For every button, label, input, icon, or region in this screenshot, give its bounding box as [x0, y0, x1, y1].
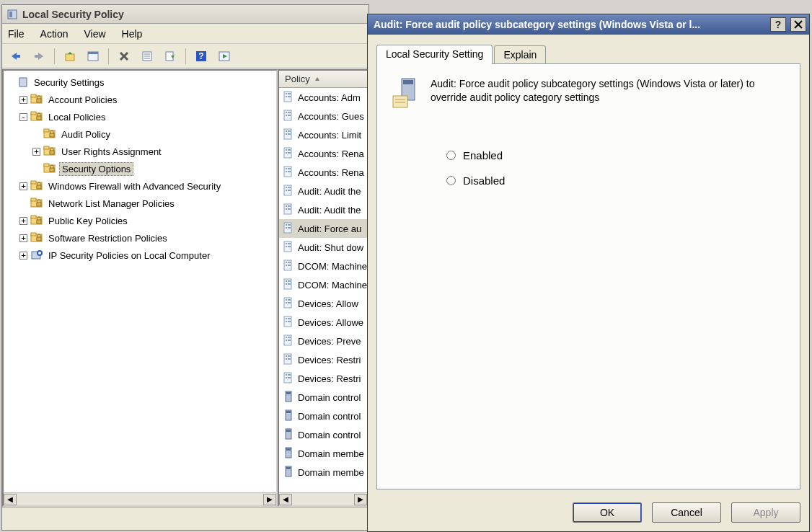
menu-file[interactable]: File — [8, 28, 25, 40]
svg-rect-113 — [288, 302, 291, 303]
tree-item[interactable]: +Public Key Policies — [19, 212, 275, 229]
svg-rect-135 — [286, 392, 291, 394]
list-item[interactable]: Devices: Allow — [279, 294, 367, 313]
radio-enabled-label: Enabled — [463, 149, 503, 161]
policy-icon — [282, 222, 295, 236]
list-item[interactable]: Domain control — [279, 425, 367, 444]
expand-icon[interactable]: + — [19, 252, 27, 260]
menu-view[interactable]: View — [84, 28, 105, 40]
expand-icon[interactable]: + — [19, 217, 27, 225]
list-item[interactable]: Audit: Force au — [279, 219, 367, 238]
tree-item-label: User Rights Assignment — [59, 146, 164, 158]
tree-item[interactable]: +Account Policies — [19, 91, 275, 108]
list-item[interactable]: Accounts: Rena — [279, 163, 367, 182]
tree-item[interactable]: Network List Manager Policies — [19, 195, 275, 212]
svg-rect-77 — [286, 171, 287, 172]
list-item[interactable]: DCOM: Machine — [279, 257, 367, 275]
list-item[interactable]: Accounts: Limit — [279, 125, 367, 144]
back-button[interactable] — [6, 47, 25, 66]
delete-button[interactable] — [115, 47, 133, 66]
svg-rect-80 — [286, 187, 287, 188]
svg-rect-25 — [37, 99, 41, 102]
svg-rect-68 — [288, 133, 291, 135]
tab-explain[interactable]: Explain — [494, 45, 546, 63]
tree-item[interactable]: +Windows Firewall with Advanced Security — [19, 177, 275, 195]
tab-local-security-setting[interactable]: Local Security Setting — [376, 45, 493, 64]
radio-enabled[interactable]: Enabled — [446, 149, 785, 161]
svg-rect-92 — [286, 227, 287, 229]
expand-icon[interactable]: + — [19, 96, 27, 104]
folder-icon — [30, 110, 43, 124]
list-item-label: Devices: Preve — [298, 336, 361, 347]
tree-h-scrollbar[interactable]: ◄ ► — [4, 492, 276, 505]
tree-item[interactable]: Security Options — [32, 160, 275, 177]
properties-button[interactable] — [138, 47, 156, 66]
tree-item-label: Account Policies — [46, 94, 119, 106]
svg-rect-61 — [288, 112, 291, 113]
list-item[interactable]: Accounts: Adm — [279, 88, 367, 107]
folder-icon — [30, 93, 43, 107]
expand-icon[interactable]: + — [19, 182, 27, 190]
policy-icon — [282, 316, 295, 329]
menu-action[interactable]: Action — [40, 28, 69, 40]
list-item-label: Domain control — [298, 430, 361, 440]
svg-rect-62 — [286, 115, 287, 116]
cancel-button[interactable]: Cancel — [652, 502, 721, 523]
scroll-left-icon[interactable]: ◄ — [279, 494, 292, 505]
apply-button[interactable]: Apply — [731, 502, 800, 523]
tree-item[interactable]: +Software Restriction Policies — [19, 229, 275, 247]
tree-item-label: Security Options — [59, 162, 133, 176]
list-item[interactable]: Audit: Shut dow — [279, 238, 367, 257]
expand-icon[interactable]: + — [32, 148, 40, 156]
list-item[interactable]: DCOM: Machine — [279, 275, 367, 294]
list-item[interactable]: Devices: Restri — [279, 369, 367, 388]
run-button[interactable] — [215, 47, 234, 66]
dialog-titlebar[interactable]: Audit: Force audit policy subcategory se… — [368, 14, 809, 35]
tree-item[interactable]: -Local Policies — [19, 108, 275, 125]
show-hide-button[interactable] — [84, 47, 102, 66]
collapse-icon[interactable]: - — [19, 113, 27, 121]
scroll-right-icon[interactable]: ► — [354, 494, 367, 505]
svg-rect-131 — [288, 374, 291, 376]
tree-root[interactable]: Security Settings — [6, 74, 275, 91]
ok-button[interactable]: OK — [573, 502, 642, 523]
tree-item[interactable]: Audit Policy — [32, 125, 275, 143]
svg-rect-76 — [288, 168, 291, 169]
list-item[interactable]: Audit: Audit the — [279, 182, 367, 200]
dialog-help-button[interactable]: ? — [770, 17, 786, 32]
list-item[interactable]: Accounts: Rena — [279, 144, 367, 163]
list-item[interactable]: Accounts: Gues — [279, 107, 367, 125]
radio-disabled[interactable]: Disabled — [446, 174, 785, 187]
scroll-left-icon[interactable]: ◄ — [4, 494, 17, 505]
tree-item[interactable]: +IP Security Policies on Local Computer — [19, 247, 275, 264]
scroll-right-icon[interactable]: ► — [263, 494, 276, 505]
list-item[interactable]: Domain membe — [279, 463, 367, 482]
list-h-scrollbar[interactable]: ◄ ► — [279, 492, 367, 505]
expand-icon[interactable]: + — [19, 234, 27, 242]
menu-help[interactable]: Help — [122, 28, 143, 40]
svg-rect-70 — [286, 149, 287, 151]
forward-button[interactable] — [30, 47, 48, 66]
up-button[interactable] — [61, 47, 79, 66]
policy-icon — [282, 372, 295, 386]
list-item[interactable]: Audit: Audit the — [279, 200, 367, 219]
list-item[interactable]: Domain control — [279, 407, 367, 425]
list-body[interactable]: Accounts: AdmAccounts: GuesAccounts: Lim… — [279, 88, 367, 492]
svg-rect-105 — [286, 280, 287, 282]
column-header-policy[interactable]: Policy — [279, 71, 367, 88]
dialog-close-button[interactable] — [790, 17, 806, 32]
list-item[interactable]: Devices: Restri — [279, 350, 367, 369]
svg-rect-85 — [286, 205, 287, 207]
tree-item[interactable]: +User Rights Assignment — [32, 143, 275, 160]
policy-icon — [282, 241, 295, 254]
export-button[interactable] — [161, 47, 180, 66]
list-item[interactable]: Domain control — [279, 388, 367, 407]
list-item[interactable]: Devices: Preve — [279, 332, 367, 350]
properties-dialog: Audit: Force audit policy subcategory se… — [367, 14, 810, 532]
list-item[interactable]: Devices: Allowe — [279, 313, 367, 332]
list-item[interactable]: Domain membe — [279, 444, 367, 463]
help-button[interactable]: ? — [192, 47, 211, 66]
dialog-title-text: Audit: Force audit policy subcategory se… — [374, 19, 700, 30]
tree-pane[interactable]: Security Settings +Account Policies-Loca… — [2, 69, 278, 507]
server-icon — [282, 391, 295, 404]
